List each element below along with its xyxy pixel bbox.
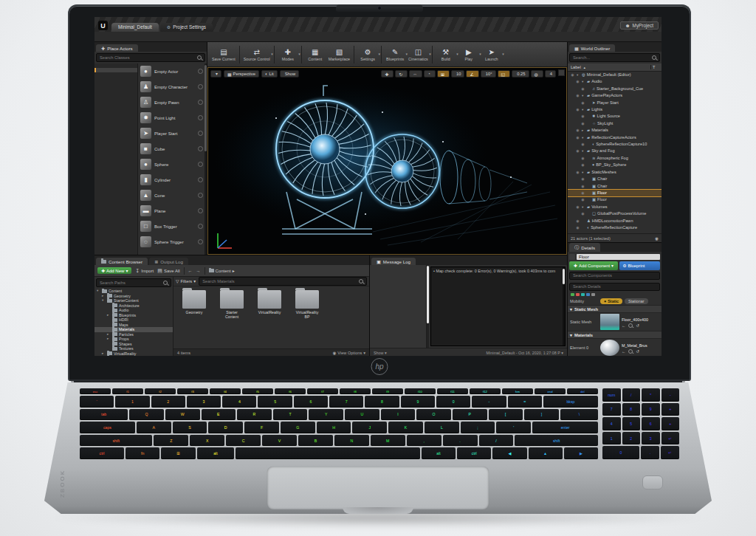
keyboard-key[interactable]: ; [461, 422, 495, 433]
keyboard-key[interactable]: bksp [543, 396, 598, 408]
material-thumbnail[interactable] [600, 340, 619, 356]
outliner-row[interactable]: ◉ ▾ ▰ GamePlayActors [568, 92, 662, 99]
outliner-search-input[interactable]: Search... [569, 53, 660, 62]
touchpad[interactable] [267, 467, 489, 509]
place-actor-item[interactable]: ➤ Player Start [138, 126, 207, 141]
viewport-maximize-icon[interactable] [558, 69, 565, 76]
keyboard-key[interactable]: f1 [112, 388, 143, 394]
outliner-columns[interactable]: Label▲ T [568, 63, 662, 72]
keyboard-key[interactable]: f6 [275, 388, 306, 394]
material-value[interactable]: M_Metal_Brus [622, 343, 647, 348]
keyboard-key[interactable]: I [381, 409, 416, 421]
outliner-row[interactable]: ◉ ▣ Floor [568, 190, 662, 196]
folder-tile[interactable]: VirtualReality [254, 290, 285, 315]
view-options-button[interactable]: ◉View Options▾ [332, 351, 365, 355]
snap-control-chip[interactable]: 10 [451, 70, 464, 78]
outliner-row[interactable]: ◉ ♫ Starter_Background_Cue [568, 86, 662, 92]
blueprint-button[interactable]: ⚙Blueprint [619, 261, 660, 270]
place-actor-item[interactable]: ♟ Empty Character [138, 79, 207, 95]
keyboard-key[interactable]: f11 [437, 388, 468, 394]
visibility-eye-icon[interactable]: ◉ [575, 92, 580, 99]
snap-control-chip[interactable]: 10° [481, 70, 496, 78]
outliner-row[interactable]: ◉ ▾ ▰ Audio [568, 78, 662, 85]
expand-arrow-icon[interactable]: ▾ [577, 72, 580, 78]
keyboard-key[interactable]: 2 [622, 432, 641, 445]
reset-icon[interactable]: ↺ [636, 323, 639, 328]
toolbar-button[interactable]: ▦ Content [306, 48, 325, 61]
keyboard-key[interactable]: 5 [258, 396, 292, 408]
keyboard-key[interactable]: 1 [115, 396, 149, 408]
keyboard-key[interactable]: X [190, 435, 224, 447]
outliner-row[interactable]: ◉ ▣ Chair [568, 176, 662, 182]
snap-control-chip[interactable]: ◍ [531, 70, 543, 78]
outliner-row[interactable]: ◉ ▾ ◍ Minimal_Default (Editor) [568, 72, 662, 78]
expand-arrow-icon[interactable]: ▾ [582, 148, 585, 154]
tab-content-browser[interactable]: Content Browser [96, 258, 148, 265]
reset-icon[interactable]: ↺ [636, 349, 639, 354]
snap-control-chip[interactable]: ↔ [409, 70, 422, 78]
snap-control-chip[interactable]: ◔ [424, 70, 436, 78]
keyboard-key[interactable]: alt [197, 447, 235, 459]
toolbar-button[interactable] [432, 46, 433, 63]
keyboard-key[interactable]: L [425, 422, 459, 433]
keyboard-key[interactable]: 9 [401, 396, 435, 408]
visibility-eye-icon[interactable]: ◉ [580, 86, 585, 92]
keyboard-key[interactable]: N [334, 435, 369, 447]
scrollbar[interactable] [427, 265, 429, 348]
keyboard-key[interactable]: enter [532, 422, 598, 433]
keyboard-key[interactable]: f3 [177, 388, 208, 394]
toolbar-button[interactable]: ⚙ Settings ▾ [358, 48, 377, 61]
keyboard-key[interactable]: 3 [642, 432, 660, 445]
keyboard-key[interactable]: [ [489, 409, 523, 421]
outliner-row[interactable]: ◉ ▢ GlobalPostProcessVolume [568, 210, 662, 217]
keyboard-key[interactable]: 3 [187, 396, 221, 408]
keyboard-key[interactable]: - [472, 396, 506, 408]
tab-world-outliner[interactable]: ▦World Outliner [569, 44, 615, 52]
visibility-eye-icon[interactable]: ◉ [575, 78, 580, 85]
keyboard-key[interactable]: end [535, 388, 566, 394]
scrollbar[interactable] [563, 267, 565, 346]
keyboard-key[interactable]: 4 [602, 417, 621, 430]
keyboard-key[interactable]: shift [515, 435, 598, 447]
viewport[interactable]: ▾▦Perspective◐LitShow ✚↻↔◔⊞10∠10°◱0.25◍4 [207, 67, 567, 255]
keyboard-key[interactable]: + [662, 403, 680, 416]
keyboard-key[interactable]: 2 [151, 396, 185, 408]
keyboard-key[interactable]: 9 [642, 403, 660, 416]
keyboard-key[interactable]: E [202, 409, 236, 421]
keyboard-key[interactable]: ] [524, 409, 559, 421]
toolbar-button[interactable]: ✚ Modes ▾ [278, 48, 298, 61]
keyboard-key[interactable]: 8 [365, 396, 399, 408]
keyboard-key[interactable]: M [371, 435, 405, 447]
keyboard-key[interactable]: 6 [294, 396, 328, 408]
toolbar-button[interactable] [354, 46, 354, 63]
actor-name-field[interactable]: Floor [577, 254, 660, 260]
snap-control-chip[interactable]: 0.25 [512, 70, 529, 78]
outliner-row[interactable]: ◉ ▾ ▰ Lights [568, 106, 662, 113]
keyboard-key[interactable]: U [345, 409, 379, 421]
keyboard-key[interactable]: f4 [210, 388, 241, 394]
static-mesh-section-header[interactable]: ▾Static Mesh [568, 305, 662, 313]
toolbar-button[interactable]: ⇄ Source Control ▾ [244, 48, 270, 61]
find-icon[interactable] [628, 323, 633, 328]
scrollbar[interactable] [205, 63, 207, 255]
keyboard-key[interactable]: ↵ [662, 432, 680, 445]
keyboard-key[interactable]: f5 [242, 388, 273, 394]
keyboard-key[interactable]: ↵ [661, 446, 679, 459]
eye-icon[interactable]: ◉ [655, 236, 659, 241]
mobility-static-button[interactable]: ●Static [600, 298, 622, 304]
keyboard-key[interactable]: , [407, 435, 441, 447]
keyboard-key[interactable]: R [237, 409, 272, 421]
keyboard-key[interactable]: Y [309, 409, 343, 421]
toolbar-button[interactable]: ▧ Marketplace [329, 48, 350, 61]
tab-project-settings[interactable]: ⚙Project Settings [160, 23, 213, 32]
materials-section-header[interactable]: ▾Materials [568, 331, 662, 339]
place-actor-item[interactable]: ▲ Cone [138, 188, 207, 203]
toolbar-button[interactable]: ✎ Blueprints ▾ [385, 48, 405, 61]
snap-control-chip[interactable]: 4 [545, 70, 556, 78]
toolbar-button[interactable]: ➤ Launch ▾ [482, 48, 501, 61]
outliner-row[interactable]: ◉ ◐ SphereReflectionCapture [568, 224, 662, 231]
keyboard-key[interactable]: 0 [602, 446, 639, 459]
place-actor-item[interactable]: ■ Cube [138, 141, 207, 157]
keyboard-key[interactable]: hm [502, 388, 533, 394]
keyboard-key[interactable]: W [165, 409, 200, 421]
